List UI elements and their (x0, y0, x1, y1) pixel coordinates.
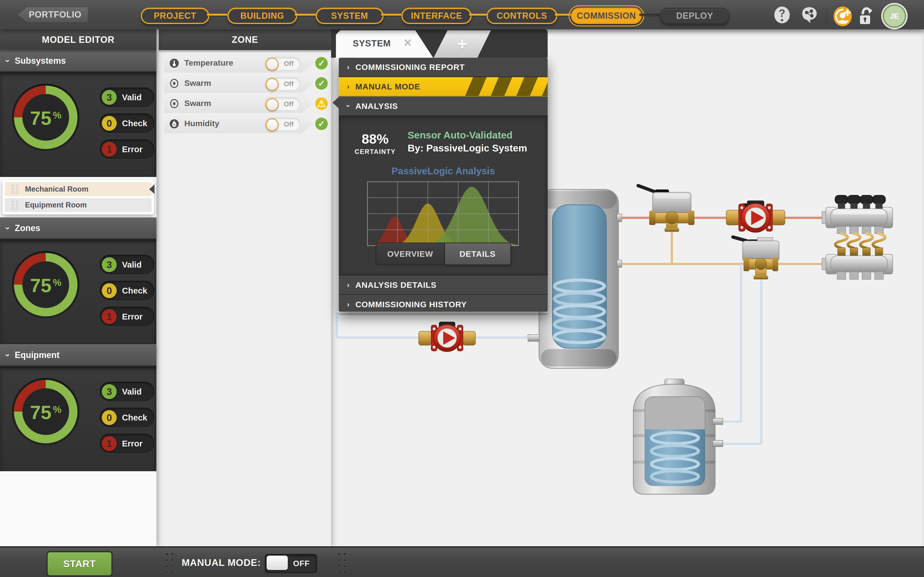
section-zones[interactable]: › Zones (0, 218, 157, 239)
section-analysis-details[interactable]: › ANALYSIS DETAILS (339, 276, 548, 295)
chevron-right-icon: › (347, 63, 350, 71)
zone-row-humidity[interactable]: % Humidity Off (164, 114, 328, 133)
close-icon[interactable]: ✕ (403, 37, 412, 49)
certainty-readout: 88% CERTAINTY (347, 131, 403, 156)
start-button[interactable]: START (47, 551, 113, 577)
valid-badge: 3Valid (100, 382, 155, 401)
overview-button[interactable]: OVERVIEW (376, 243, 445, 265)
chart-title: PassiveLogic Analysis (339, 166, 548, 176)
section-commissioning-history[interactable]: › COMMISSIONING HISTORY (339, 295, 548, 314)
error-badge: 1Error (100, 434, 155, 453)
zone-row-temperature[interactable]: Temperature Off (164, 54, 328, 73)
help-icon[interactable]: ? (773, 6, 791, 24)
humidity-toggle[interactable]: Off (265, 118, 300, 131)
equipment-gauge-card: 75% 3Valid 0Check 1Error (0, 366, 157, 471)
zones-gauge-card: 75% 3Valid 0Check 1Error (0, 239, 157, 344)
avatar[interactable]: JE (883, 4, 906, 28)
nav-connector (639, 14, 660, 16)
status-valid-icon (315, 57, 328, 69)
section-manual-mode[interactable]: › MANUAL MODE (339, 77, 548, 97)
nav-step-building[interactable]: BUILDING (228, 8, 297, 24)
nav-step-controls[interactable]: CONTROLS (486, 8, 557, 24)
chevron-right-icon: › (347, 82, 350, 91)
nav-step-interface[interactable]: INTERFACE (401, 8, 472, 24)
details-button[interactable]: DETAILS (445, 243, 511, 265)
gauge-percent: 75% (14, 107, 78, 129)
add-user-icon[interactable] (833, 6, 853, 26)
chevron-down-icon: › (3, 354, 13, 356)
error-badge: 1Error (100, 307, 155, 327)
rooms-list: Mechanical Room Equipment Room (2, 180, 154, 214)
texture-dots (336, 551, 347, 575)
bottom-bar: START MANUAL MODE: OFF (0, 546, 924, 577)
radiant-loops (835, 234, 885, 248)
return-manifold[interactable] (822, 248, 893, 279)
commissioning-panel: › COMMISSIONING REPORT › MANUAL MODE › A… (339, 58, 548, 311)
section-analysis[interactable]: › ANALYSIS (339, 97, 548, 116)
drag-handle-icon[interactable] (11, 200, 19, 210)
check-badge: 0Check (100, 113, 155, 133)
toggle-state-label: OFF (293, 559, 310, 568)
toggle-knob[interactable] (266, 58, 279, 71)
swarm-toggle[interactable]: Off (265, 77, 300, 91)
lock-open-icon[interactable] (858, 6, 874, 25)
nav-connector (207, 14, 228, 16)
analysis-chart (367, 182, 519, 246)
supply-manifold[interactable] (822, 195, 893, 234)
toolbar-divider (826, 9, 827, 23)
circulator-pump-secondary[interactable] (419, 322, 475, 351)
manual-mode-toggle[interactable]: OFF (265, 554, 317, 573)
thermometer-icon (170, 58, 179, 68)
chevron-right-icon: › (347, 300, 350, 308)
motorized-3way-valve[interactable] (638, 185, 695, 232)
portfolio-button[interactable]: PORTFOLIO (18, 7, 88, 22)
pipe-warm (622, 231, 822, 264)
valid-badge: 3Valid (100, 255, 155, 274)
nav-step-system[interactable]: SYSTEM (316, 8, 384, 24)
zone-title: ZONE (159, 29, 331, 50)
validated-title: Sensor Auto-Validated (408, 130, 512, 141)
section-subsystems[interactable]: › Subsystems (0, 50, 157, 72)
motorized-valve[interactable] (733, 237, 779, 279)
validated-by: By: PassiveLogic System (408, 143, 527, 154)
room-item-mechanical[interactable]: Mechanical Room (5, 182, 152, 196)
section-commissioning-report[interactable]: › COMMISSIONING REPORT (339, 58, 548, 77)
room-item-equipment[interactable]: Equipment Room (5, 198, 152, 212)
app-screen: PORTFOLIO PROJECT BUILDING SYSTEM INTERF… (0, 0, 924, 577)
zone-row-swarm-1[interactable]: Swarm Off (164, 74, 328, 93)
drag-handle-icon[interactable] (11, 184, 19, 194)
zone-row-swarm-2[interactable]: Swarm Off ! (164, 94, 328, 113)
check-badge: 0Check (100, 408, 155, 427)
nav-step-deploy[interactable]: DEPLOY (660, 8, 730, 24)
gauge-percent: 75% (14, 274, 78, 297)
chevron-down-icon: › (3, 227, 13, 229)
nav-connector (555, 14, 571, 16)
nav-step-commission[interactable]: COMMISSION (571, 8, 642, 24)
svg-text:%: % (173, 123, 175, 126)
humidity-icon: % (170, 119, 179, 129)
nav-step-project[interactable]: PROJECT (141, 8, 209, 24)
sidebar-title: MODEL EDITOR (0, 29, 157, 50)
chevron-down-icon: › (3, 60, 13, 62)
section-equipment[interactable]: › Equipment (0, 344, 157, 366)
toggle-knob[interactable] (267, 556, 288, 570)
nav-connector (469, 14, 486, 16)
swarm-chat-icon[interactable] (800, 6, 819, 24)
analysis-content: 88% CERTAINTY Sensor Auto-Validated By: … (339, 116, 548, 276)
temperature-toggle[interactable]: Off (265, 57, 300, 71)
subsystems-gauge-card: 75% 3Valid 0Check 1Error (0, 72, 157, 177)
buffer-tank-cutaway[interactable] (633, 379, 723, 494)
swarm-toggle[interactable]: Off (265, 97, 300, 111)
swarm-icon (170, 79, 179, 88)
circulator-pump-primary[interactable] (726, 200, 785, 232)
top-nav-bar: PORTFOLIO PROJECT BUILDING SYSTEM INTERF… (0, 0, 924, 29)
model-editor-sidebar: MODEL EDITOR › Subsystems 75% 3Valid 0Ch… (0, 29, 157, 546)
valid-badge: 3Valid (100, 87, 155, 107)
texture-dots (164, 551, 175, 575)
nav-connector (295, 14, 316, 16)
status-valid-icon (315, 77, 328, 90)
chevron-right-icon: › (347, 281, 350, 289)
check-badge: 0Check (100, 281, 155, 301)
status-valid-icon (315, 118, 328, 130)
status-warning-icon: ! (315, 97, 328, 110)
